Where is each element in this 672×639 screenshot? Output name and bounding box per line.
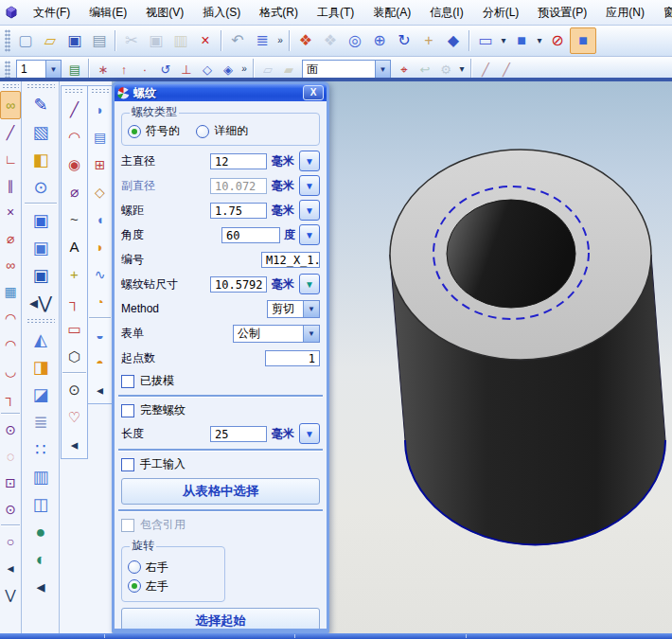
shaded-dropdown-icon[interactable]: ▾: [534, 28, 545, 53]
undo-icon[interactable]: ↶: [225, 28, 250, 53]
ellipse-icon[interactable]: ⊙: [63, 376, 85, 403]
menu-item-application[interactable]: 应用(N): [597, 2, 653, 24]
end-point-icon[interactable]: ↑: [114, 60, 134, 79]
dialog-titlebar[interactable]: 螺纹 X: [115, 84, 327, 101]
method-dropdown[interactable]: 剪切 ▼: [267, 300, 320, 318]
pattern-feature-icon[interactable]: ▥: [26, 463, 56, 490]
art-spline-icon[interactable]: ♡: [63, 403, 85, 431]
datum-plane-icon[interactable]: ▱: [257, 60, 278, 79]
quadrant-point-icon[interactable]: ◈: [218, 60, 239, 79]
snap-settings-icon[interactable]: ⚙: [435, 60, 456, 79]
profile-line-icon[interactable]: ╱: [63, 96, 85, 123]
circle-chain-icon[interactable]: ◉: [63, 151, 85, 178]
rectangle-icon[interactable]: ▭: [63, 315, 85, 343]
rotate-view-icon[interactable]: ↻: [392, 28, 416, 53]
tapped-drill-field[interactable]: 10.5792: [210, 276, 267, 293]
zoom-in-out-icon[interactable]: ⊕: [367, 28, 392, 53]
work-layer-combo[interactable]: 1 ▼: [16, 60, 62, 79]
cut-icon[interactable]: ✂: [119, 28, 144, 53]
choose-from-table-button[interactable]: 从表格中选择: [121, 478, 320, 505]
selection-filter-icon[interactable]: ⌖: [394, 60, 415, 79]
circle-dashed-icon[interactable]: ◌: [1, 443, 20, 470]
boss-icon[interactable]: ▣: [26, 234, 56, 261]
pocket-icon[interactable]: ▣: [26, 261, 56, 289]
corner-icon[interactable]: ┐: [63, 288, 85, 315]
angle-default-button[interactable]: ▼: [299, 224, 320, 245]
sweep-along-guide-icon[interactable]: ◗: [90, 233, 110, 260]
radio-right-hand[interactable]: 右手: [128, 559, 219, 576]
menu-item-analysis[interactable]: 分析(L): [474, 2, 528, 24]
radio-button-icon[interactable]: [128, 579, 141, 593]
hole[interactable]: [447, 200, 575, 308]
tube-icon[interactable]: ⊙: [26, 173, 56, 201]
perspective-view-icon[interactable]: ◆: [441, 28, 466, 53]
radio-left-hand[interactable]: 左手: [128, 578, 219, 595]
text-icon[interactable]: A: [63, 233, 85, 260]
parallel-line-icon[interactable]: ∥: [1, 172, 20, 199]
mid-point-icon[interactable]: ∙: [134, 60, 155, 79]
basic-line-icon[interactable]: ╱: [1, 119, 20, 146]
derived-line-icon[interactable]: ⌀: [63, 178, 85, 205]
tapered-checkbox-row[interactable]: 已拔模: [121, 374, 320, 389]
menu-item-tools[interactable]: 工具(T): [309, 2, 363, 24]
chevron-down-icon[interactable]: ▼: [45, 61, 61, 78]
tube-surface-icon[interactable]: ◖: [90, 205, 110, 233]
extrude-icon[interactable]: ▧: [26, 118, 56, 146]
close-icon[interactable]: X: [303, 85, 324, 100]
circle-icon[interactable]: ○: [1, 528, 20, 555]
menu-item-insert[interactable]: 插入(S): [194, 2, 249, 24]
layer-settings-icon[interactable]: ▤: [64, 60, 85, 79]
menu-item-window[interactable]: 窗口(O): [655, 2, 672, 24]
radio-button-icon[interactable]: [128, 560, 141, 574]
copy-icon[interactable]: ▣: [144, 28, 168, 53]
u-curve-icon[interactable]: ◡: [1, 358, 20, 384]
full-thread-checkbox-row[interactable]: 完整螺纹: [121, 403, 320, 418]
sketch-icon[interactable]: ✎: [26, 91, 56, 118]
wave-surface-icon[interactable]: ∿: [90, 260, 110, 288]
menu-item-view[interactable]: 视图(V): [137, 2, 192, 24]
open-folder-icon[interactable]: ▱: [38, 28, 62, 53]
arc-icon[interactable]: ◠: [1, 305, 20, 331]
type-filter-value[interactable]: 面: [303, 62, 375, 78]
menu-item-format[interactable]: 格式(R): [251, 2, 307, 24]
drag-handle[interactable]: [5, 29, 10, 52]
control-point-icon[interactable]: ↺: [155, 60, 176, 79]
type-filter-combo[interactable]: 面 ▼: [302, 60, 391, 79]
menu-item-edit[interactable]: 编辑(E): [80, 2, 135, 24]
delete-icon[interactable]: ×: [193, 28, 218, 53]
form-dropdown[interactable]: 公制 ▼: [233, 325, 320, 343]
curve-mesh-surface-icon[interactable]: ⊞: [90, 151, 110, 178]
surface-grid-icon[interactable]: ▦: [1, 278, 20, 305]
paste-icon[interactable]: ▥: [168, 28, 193, 53]
print-icon[interactable]: ▤: [87, 28, 112, 53]
section-surface-icon[interactable]: ◔: [90, 288, 110, 315]
fit-view-icon[interactable]: ❖: [293, 28, 318, 53]
double-circle-icon[interactable]: ∞: [1, 252, 20, 278]
scroll-left-2-icon[interactable]: ◂: [26, 573, 56, 600]
3d-part-view[interactable]: [329, 81, 668, 633]
wireframe-display-icon[interactable]: ▭: [473, 28, 498, 53]
checkbox-icon[interactable]: [121, 458, 134, 471]
trim-feature-icon[interactable]: ◫: [26, 490, 56, 518]
shaded-mode-icon[interactable]: ■: [570, 27, 596, 54]
subtract-icon[interactable]: ◐: [26, 545, 56, 573]
polygon-icon[interactable]: ⬡: [63, 343, 85, 370]
line-tool-alt-icon[interactable]: ╱: [496, 60, 517, 79]
major-diameter-field[interactable]: 12: [210, 153, 267, 169]
toolbar-overflow-icon[interactable]: »: [274, 28, 286, 53]
corner-curve-icon[interactable]: ┐: [1, 384, 20, 411]
toolbar-overflow-icon[interactable]: »: [239, 60, 250, 79]
unite-icon[interactable]: ●: [26, 518, 56, 545]
information-window-icon[interactable]: ≣: [250, 28, 274, 53]
fit-selection-icon[interactable]: ❖: [318, 28, 343, 53]
reverse-direction-icon[interactable]: ↩: [415, 60, 435, 79]
arc-center-point-icon[interactable]: ◇: [197, 60, 218, 79]
corner-surface-icon[interactable]: ◓: [90, 348, 110, 376]
line-circle-icon[interactable]: ⌀: [1, 225, 20, 252]
ruled-surface-icon[interactable]: ▤: [90, 123, 110, 151]
checkbox-icon[interactable]: [121, 404, 134, 417]
scroll-more-icon[interactable]: ⋁: [1, 581, 20, 608]
menu-item-assemblies[interactable]: 装配(A): [364, 2, 419, 24]
scroll-left-icon[interactable]: ◂: [90, 376, 110, 403]
length-default-button[interactable]: ▼: [299, 423, 320, 444]
